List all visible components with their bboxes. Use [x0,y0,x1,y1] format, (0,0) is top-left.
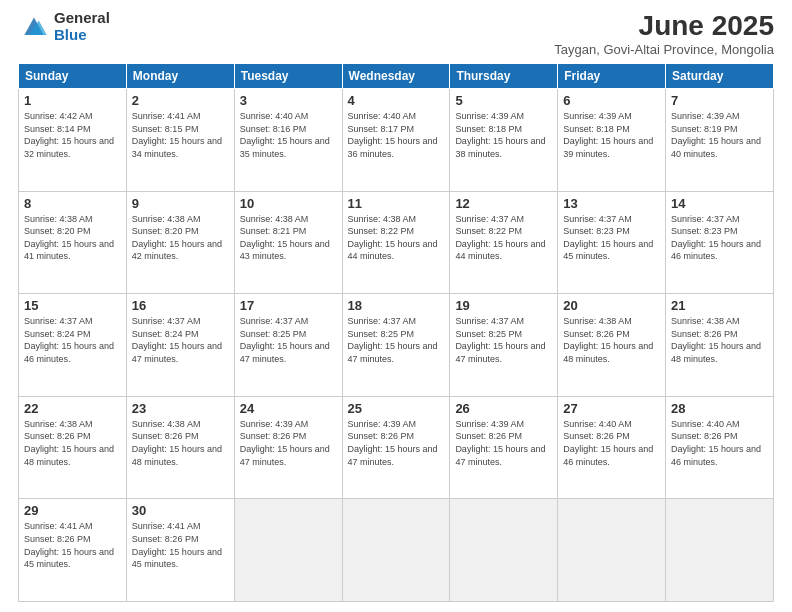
day-info: Sunrise: 4:39 AMSunset: 8:18 PMDaylight:… [455,110,552,160]
table-row: 23Sunrise: 4:38 AMSunset: 8:26 PMDayligh… [126,396,234,499]
day-info: Sunrise: 4:37 AMSunset: 8:25 PMDaylight:… [455,315,552,365]
logo-blue: Blue [54,27,110,44]
table-row [558,499,666,602]
table-row: 3Sunrise: 4:40 AMSunset: 8:16 PMDaylight… [234,89,342,192]
day-number: 8 [24,196,121,211]
day-number: 24 [240,401,337,416]
table-row: 15Sunrise: 4:37 AMSunset: 8:24 PMDayligh… [19,294,127,397]
table-row [234,499,342,602]
day-info: Sunrise: 4:37 AMSunset: 8:25 PMDaylight:… [348,315,445,365]
calendar-week-row: 8Sunrise: 4:38 AMSunset: 8:20 PMDaylight… [19,191,774,294]
day-number: 9 [132,196,229,211]
table-row: 9Sunrise: 4:38 AMSunset: 8:20 PMDaylight… [126,191,234,294]
calendar-week-row: 15Sunrise: 4:37 AMSunset: 8:24 PMDayligh… [19,294,774,397]
day-info: Sunrise: 4:37 AMSunset: 8:25 PMDaylight:… [240,315,337,365]
table-row: 5Sunrise: 4:39 AMSunset: 8:18 PMDaylight… [450,89,558,192]
table-row [450,499,558,602]
col-friday: Friday [558,64,666,89]
table-row: 26Sunrise: 4:39 AMSunset: 8:26 PMDayligh… [450,396,558,499]
day-info: Sunrise: 4:41 AMSunset: 8:15 PMDaylight:… [132,110,229,160]
table-row: 6Sunrise: 4:39 AMSunset: 8:18 PMDaylight… [558,89,666,192]
table-row: 13Sunrise: 4:37 AMSunset: 8:23 PMDayligh… [558,191,666,294]
table-row: 2Sunrise: 4:41 AMSunset: 8:15 PMDaylight… [126,89,234,192]
table-row: 20Sunrise: 4:38 AMSunset: 8:26 PMDayligh… [558,294,666,397]
day-number: 17 [240,298,337,313]
col-sunday: Sunday [19,64,127,89]
calendar-week-row: 1Sunrise: 4:42 AMSunset: 8:14 PMDaylight… [19,89,774,192]
day-number: 22 [24,401,121,416]
day-number: 6 [563,93,660,108]
day-info: Sunrise: 4:38 AMSunset: 8:20 PMDaylight:… [132,213,229,263]
day-info: Sunrise: 4:38 AMSunset: 8:22 PMDaylight:… [348,213,445,263]
calendar-header-row: Sunday Monday Tuesday Wednesday Thursday… [19,64,774,89]
day-number: 12 [455,196,552,211]
day-number: 29 [24,503,121,518]
day-number: 11 [348,196,445,211]
day-info: Sunrise: 4:37 AMSunset: 8:22 PMDaylight:… [455,213,552,263]
day-info: Sunrise: 4:42 AMSunset: 8:14 PMDaylight:… [24,110,121,160]
logo: General Blue [18,10,110,43]
table-row: 7Sunrise: 4:39 AMSunset: 8:19 PMDaylight… [666,89,774,192]
day-info: Sunrise: 4:37 AMSunset: 8:23 PMDaylight:… [671,213,768,263]
table-row: 21Sunrise: 4:38 AMSunset: 8:26 PMDayligh… [666,294,774,397]
table-row: 12Sunrise: 4:37 AMSunset: 8:22 PMDayligh… [450,191,558,294]
table-row: 19Sunrise: 4:37 AMSunset: 8:25 PMDayligh… [450,294,558,397]
table-row: 8Sunrise: 4:38 AMSunset: 8:20 PMDaylight… [19,191,127,294]
table-row: 18Sunrise: 4:37 AMSunset: 8:25 PMDayligh… [342,294,450,397]
day-number: 10 [240,196,337,211]
day-number: 13 [563,196,660,211]
day-info: Sunrise: 4:41 AMSunset: 8:26 PMDaylight:… [24,520,121,570]
day-info: Sunrise: 4:38 AMSunset: 8:26 PMDaylight:… [563,315,660,365]
day-info: Sunrise: 4:37 AMSunset: 8:24 PMDaylight:… [24,315,121,365]
table-row: 25Sunrise: 4:39 AMSunset: 8:26 PMDayligh… [342,396,450,499]
page: General Blue June 2025 Taygan, Govi-Alta… [0,0,792,612]
day-info: Sunrise: 4:39 AMSunset: 8:19 PMDaylight:… [671,110,768,160]
table-row: 30Sunrise: 4:41 AMSunset: 8:26 PMDayligh… [126,499,234,602]
day-info: Sunrise: 4:38 AMSunset: 8:21 PMDaylight:… [240,213,337,263]
day-number: 26 [455,401,552,416]
day-info: Sunrise: 4:38 AMSunset: 8:26 PMDaylight:… [671,315,768,365]
logo-general: General [54,10,110,27]
day-info: Sunrise: 4:39 AMSunset: 8:26 PMDaylight:… [455,418,552,468]
location-title: Taygan, Govi-Altai Province, Mongolia [554,42,774,57]
title-block: June 2025 Taygan, Govi-Altai Province, M… [554,10,774,57]
table-row: 24Sunrise: 4:39 AMSunset: 8:26 PMDayligh… [234,396,342,499]
col-monday: Monday [126,64,234,89]
day-info: Sunrise: 4:40 AMSunset: 8:26 PMDaylight:… [671,418,768,468]
day-info: Sunrise: 4:40 AMSunset: 8:26 PMDaylight:… [563,418,660,468]
col-thursday: Thursday [450,64,558,89]
calendar-week-row: 29Sunrise: 4:41 AMSunset: 8:26 PMDayligh… [19,499,774,602]
table-row: 11Sunrise: 4:38 AMSunset: 8:22 PMDayligh… [342,191,450,294]
table-row: 10Sunrise: 4:38 AMSunset: 8:21 PMDayligh… [234,191,342,294]
day-info: Sunrise: 4:39 AMSunset: 8:26 PMDaylight:… [348,418,445,468]
day-info: Sunrise: 4:40 AMSunset: 8:16 PMDaylight:… [240,110,337,160]
day-number: 20 [563,298,660,313]
day-number: 14 [671,196,768,211]
table-row: 27Sunrise: 4:40 AMSunset: 8:26 PMDayligh… [558,396,666,499]
table-row: 22Sunrise: 4:38 AMSunset: 8:26 PMDayligh… [19,396,127,499]
day-info: Sunrise: 4:40 AMSunset: 8:17 PMDaylight:… [348,110,445,160]
table-row: 14Sunrise: 4:37 AMSunset: 8:23 PMDayligh… [666,191,774,294]
day-number: 23 [132,401,229,416]
day-info: Sunrise: 4:37 AMSunset: 8:23 PMDaylight:… [563,213,660,263]
logo-text: General Blue [54,10,110,43]
col-wednesday: Wednesday [342,64,450,89]
day-number: 1 [24,93,121,108]
table-row [666,499,774,602]
day-info: Sunrise: 4:39 AMSunset: 8:26 PMDaylight:… [240,418,337,468]
day-info: Sunrise: 4:38 AMSunset: 8:20 PMDaylight:… [24,213,121,263]
table-row: 29Sunrise: 4:41 AMSunset: 8:26 PMDayligh… [19,499,127,602]
logo-icon [18,11,50,43]
day-info: Sunrise: 4:38 AMSunset: 8:26 PMDaylight:… [24,418,121,468]
table-row: 17Sunrise: 4:37 AMSunset: 8:25 PMDayligh… [234,294,342,397]
calendar-week-row: 22Sunrise: 4:38 AMSunset: 8:26 PMDayligh… [19,396,774,499]
day-number: 30 [132,503,229,518]
day-number: 21 [671,298,768,313]
day-info: Sunrise: 4:39 AMSunset: 8:18 PMDaylight:… [563,110,660,160]
day-info: Sunrise: 4:41 AMSunset: 8:26 PMDaylight:… [132,520,229,570]
table-row: 16Sunrise: 4:37 AMSunset: 8:24 PMDayligh… [126,294,234,397]
day-number: 18 [348,298,445,313]
col-tuesday: Tuesday [234,64,342,89]
table-row: 1Sunrise: 4:42 AMSunset: 8:14 PMDaylight… [19,89,127,192]
day-info: Sunrise: 4:37 AMSunset: 8:24 PMDaylight:… [132,315,229,365]
